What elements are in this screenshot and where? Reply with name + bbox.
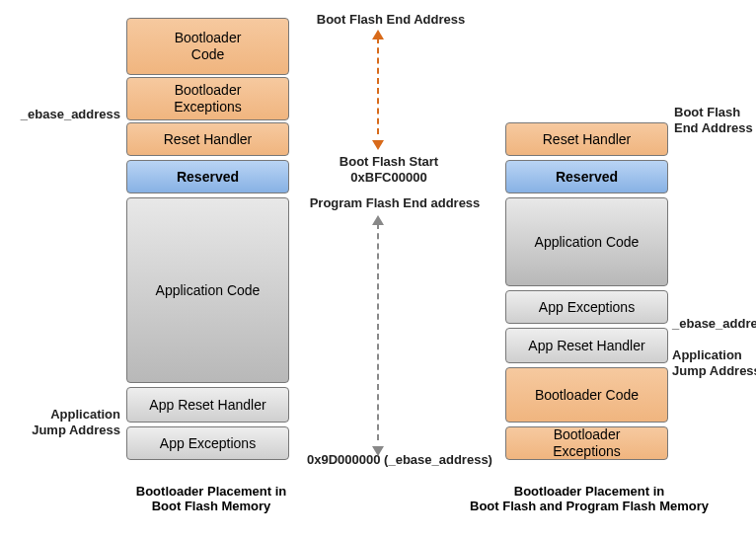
arrow-boot-flash-up-icon (372, 30, 384, 39)
arrow-program-flash (377, 223, 379, 440)
right-app_reset-box: App Reset Handler (505, 328, 668, 363)
arrow-boot-flash-down-icon (372, 140, 384, 150)
left-app_code-box: Application Code (126, 197, 289, 383)
left-reset-box: Reset Handler (126, 122, 289, 156)
left-bl_exc-box: BootloaderExceptions (126, 77, 289, 120)
left-app_exc-box: App Exceptions (126, 426, 289, 460)
center-pflashend-label: Program Flash End address (296, 195, 493, 211)
left-caption: Bootloader Placement inBoot Flash Memory (113, 484, 310, 513)
right-ebase-label: _ebase_address (672, 316, 756, 332)
arrow-program-flash-up-icon (372, 215, 384, 225)
right-reset-box: Reset Handler (505, 122, 668, 156)
arrow-program-flash-down-icon (372, 446, 384, 456)
right-appjump-label: ApplicationJump Address (672, 347, 756, 380)
right-bl_exc-box: BootloaderExceptions (505, 426, 668, 460)
left-app_reset-box: App Reset Handler (126, 387, 289, 423)
left-ebase-label: _ebase_address (6, 107, 120, 122)
center-bottom-label: 0x9D000000 (_ebase_address) (296, 452, 503, 468)
left-reserved-box: Reserved (126, 160, 289, 193)
right-bl_code-box: Bootloader Code (505, 367, 668, 423)
arrow-boot-flash (377, 38, 379, 134)
right-app_exc-box: App Exceptions (505, 290, 668, 324)
right-app_code-box: Application Code (505, 197, 668, 286)
center-bootstart-label: Boot Flash Start0xBFC00000 (300, 154, 478, 187)
right-bootend-label: Boot FlashEnd Address (674, 105, 756, 137)
left-appjump-label: ApplicationJump Address (18, 407, 120, 439)
right-caption: Bootloader Placement inBoot Flash and Pr… (456, 484, 722, 513)
center-bootend-label: Boot Flash End Address (302, 12, 480, 28)
left-bl_code-box: BootloaderCode (126, 18, 289, 75)
right-reserved-box: Reserved (505, 160, 668, 193)
